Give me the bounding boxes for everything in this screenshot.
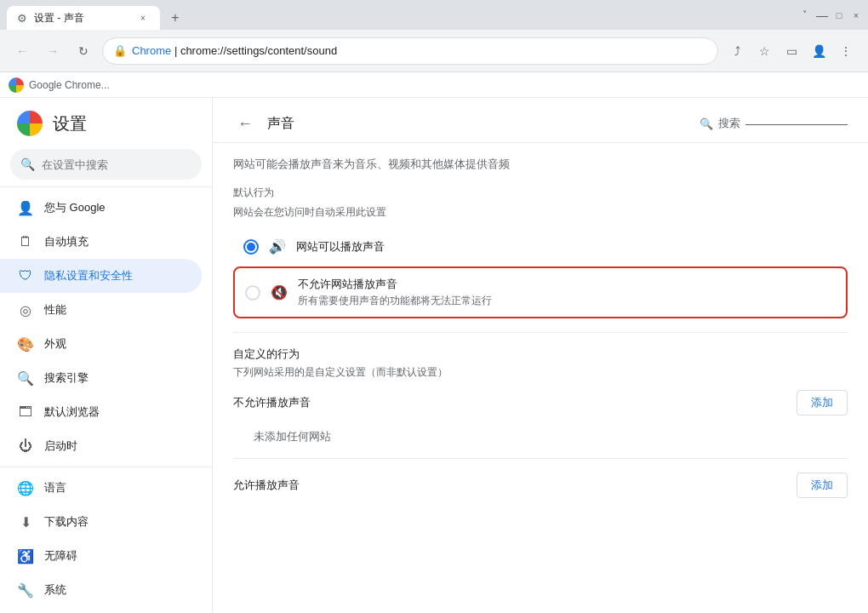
performance-icon: ◎	[17, 302, 34, 318]
sidebar-item-label: 性能	[44, 302, 66, 318]
sidebar-item-label: 默认浏览器	[44, 404, 100, 420]
titlebar-tabs: ⚙ 设置 - 声音 × +	[7, 0, 800, 30]
appearance-icon: 🎨	[17, 336, 34, 352]
window-maximize-button[interactable]: □	[834, 10, 844, 20]
sidebar-divider	[0, 186, 212, 187]
screen-button[interactable]: ▭	[779, 39, 803, 63]
allow-radio-content: 网站可以播放声音	[296, 239, 837, 255]
google-account-icon: 👤	[17, 200, 34, 216]
tab-close-button[interactable]: ×	[136, 11, 150, 25]
sidebar-item-system[interactable]: 🔧 系统	[0, 573, 202, 607]
sidebar-search-input[interactable]	[42, 158, 191, 171]
sidebar-item-label: 隐私设置和安全性	[44, 268, 133, 284]
allow-label: 允许播放声音	[233, 478, 300, 493]
window-controls: ˅ — □ ×	[800, 10, 861, 20]
deny-radio-content: 不允许网站播放声音 所有需要使用声音的功能都将无法正常运行	[298, 277, 836, 308]
add-allow-button[interactable]: 添加	[797, 473, 848, 498]
address-chrome-label: Chrome	[132, 44, 171, 57]
sidebar-item-privacy[interactable]: 🛡 隐私设置和安全性	[0, 259, 202, 293]
sidebar-item-appearance[interactable]: 🎨 外观	[0, 327, 202, 361]
sidebar-item-label: 搜索引擎	[44, 370, 89, 386]
address-input-box[interactable]: 🔒 Chrome | chrome://settings/content/sou…	[102, 37, 718, 65]
sound-on-icon: 🔊	[269, 238, 286, 255]
forward-button[interactable]: →	[41, 39, 65, 63]
sidebar-item-label: 外观	[44, 336, 66, 352]
deny-radio-label: 不允许网站播放声音	[298, 277, 836, 292]
sidebar-item-search-engine[interactable]: 🔍 搜索引擎	[0, 361, 202, 395]
tab-title: 设置 - 声音	[34, 11, 129, 26]
sidebar-item-downloads[interactable]: ⬇ 下载内容	[0, 505, 202, 539]
sidebar: 设置 🔍 👤 您与 Google 🗒 自动填充 🛡 隐私设置和安全性 ◎	[0, 98, 213, 613]
sidebar-item-default-browser[interactable]: 🗔 默认浏览器	[0, 395, 202, 429]
sidebar-search-box[interactable]: 🔍	[10, 149, 202, 180]
window-chevron-button[interactable]: ˅	[800, 10, 810, 20]
sidebar-divider-2	[0, 467, 212, 467]
sidebar-item-startup[interactable]: ⏻ 启动时	[0, 429, 202, 463]
deny-radio-button[interactable]	[245, 285, 260, 301]
back-to-settings-button[interactable]: ←	[233, 112, 257, 135]
autofill-icon: 🗒	[17, 234, 34, 249]
more-menu-button[interactable]: ⋮	[834, 39, 858, 63]
deny-sound-option[interactable]: 🔇 不允许网站播放声音 所有需要使用声音的功能都将无法正常运行	[233, 266, 848, 318]
default-behavior-label: 默认行为	[233, 186, 848, 200]
window-close-button[interactable]: ×	[851, 10, 861, 20]
sound-description: 网站可能会播放声音来为音乐、视频和其他媒体提供音频	[233, 157, 848, 172]
sidebar-item-accessibility[interactable]: ♿ 无障碍	[0, 539, 202, 573]
main-layout: 设置 🔍 👤 您与 Google 🗒 自动填充 🛡 隐私设置和安全性 ◎	[0, 98, 868, 613]
window-minimize-button[interactable]: —	[817, 10, 827, 20]
address-url: chrome://settings/content/sound	[180, 44, 337, 57]
sidebar-chrome-logo	[17, 111, 43, 136]
chrome-label-row: Google Chrome...	[0, 72, 868, 98]
search-label: 搜索	[718, 116, 740, 131]
allow-row: 允许播放声音 添加	[233, 473, 848, 498]
allow-radio-button[interactable]	[243, 239, 259, 255]
content-search-area: 🔍 搜索	[700, 116, 848, 131]
no-allow-row: 不允许播放声音 添加	[233, 390, 848, 415]
section-divider	[233, 332, 848, 333]
allow-sound-option[interactable]: 🔊 网站可以播放声音	[233, 230, 848, 263]
no-sites-text: 未添加任何网站	[233, 422, 848, 444]
sidebar-item-reset[interactable]: ↺ 重置设置	[0, 607, 202, 613]
bookmark-button[interactable]: ☆	[752, 39, 776, 63]
sidebar-item-google[interactable]: 👤 您与 Google	[0, 191, 202, 225]
language-icon: 🌐	[17, 480, 34, 496]
share-button[interactable]: ⤴	[725, 39, 749, 63]
content-header: ← 声音 🔍 搜索	[213, 98, 868, 143]
page-title: 声音	[267, 115, 689, 133]
sound-mute-icon: 🔇	[271, 284, 288, 301]
sidebar-item-label: 语言	[44, 480, 66, 496]
content-area: ← 声音 🔍 搜索 网站可能会播放声音来为音乐、视频和其他媒体提供音频 默认行为…	[213, 98, 868, 613]
address-bar: ← → ↻ 🔒 Chrome | chrome://settings/conte…	[0, 30, 868, 72]
titlebar: ⚙ 设置 - 声音 × + ˅ — □ ×	[0, 0, 868, 30]
content-body: 网站可能会播放声音来为音乐、视频和其他媒体提供音频 默认行为 网站会在您访问时自…	[213, 143, 868, 518]
privacy-shield-icon: 🛡	[17, 268, 34, 284]
section-divider-2	[233, 458, 848, 459]
allow-radio-label: 网站可以播放声音	[296, 239, 837, 255]
address-separator: |	[174, 44, 180, 57]
search-underline	[745, 124, 848, 125]
profile-button[interactable]: 👤	[807, 39, 831, 63]
lock-icon: 🔒	[113, 44, 127, 57]
content-scroll: ← 声音 🔍 搜索 网站可能会播放声音来为音乐、视频和其他媒体提供音频 默认行为…	[213, 98, 868, 518]
sidebar-item-label: 无障碍	[44, 548, 77, 564]
sidebar-item-label: 系统	[44, 582, 66, 598]
search-icon: 🔍	[700, 117, 713, 130]
sidebar-wrapper: 设置 🔍 👤 您与 Google 🗒 自动填充 🛡 隐私设置和安全性 ◎	[0, 98, 213, 613]
sidebar-item-label: 下载内容	[44, 514, 89, 530]
refresh-button[interactable]: ↻	[71, 39, 95, 63]
sidebar-item-label: 启动时	[44, 438, 77, 454]
sidebar-item-language[interactable]: 🌐 语言	[0, 471, 202, 505]
address-text: Chrome | chrome://settings/content/sound	[132, 44, 707, 57]
active-tab[interactable]: ⚙ 设置 - 声音 ×	[7, 6, 160, 30]
default-browser-icon: 🗔	[17, 404, 34, 420]
settings-gear-icon: ⚙	[17, 12, 27, 25]
sidebar-item-autofill[interactable]: 🗒 自动填充	[0, 225, 202, 259]
back-button[interactable]: ←	[10, 39, 34, 63]
default-behavior-desc: 网站会在您访问时自动采用此设置	[233, 205, 848, 220]
sidebar-item-performance[interactable]: ◎ 性能	[0, 293, 202, 327]
add-no-allow-button[interactable]: 添加	[797, 390, 848, 415]
sidebar-item-label: 自动填充	[44, 234, 89, 249]
sidebar-title: 设置	[53, 112, 87, 135]
new-tab-button[interactable]: +	[163, 6, 187, 30]
system-icon: 🔧	[17, 582, 34, 599]
